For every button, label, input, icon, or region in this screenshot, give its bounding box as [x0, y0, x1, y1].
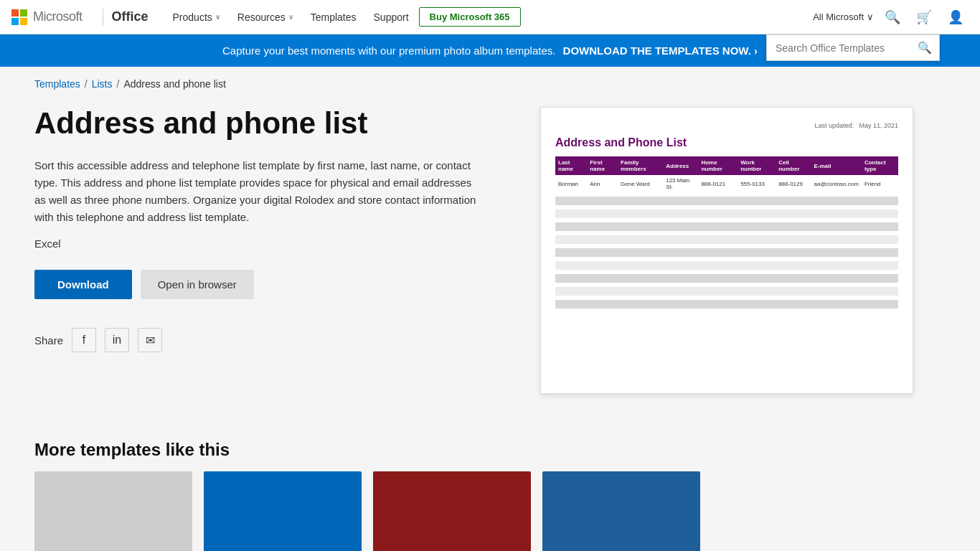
table-row: Borman Ann Gene Ward 123 Main St. 888-01…: [555, 175, 898, 192]
breadcrumb-current: Address and phone list: [123, 78, 225, 90]
email-icon: ✉: [146, 334, 155, 347]
more-card-3[interactable]: [373, 471, 531, 551]
linkedin-share-button[interactable]: in: [105, 328, 129, 352]
template-preview: Last updated: May 11, 2021 Address and P…: [540, 107, 913, 394]
nav-links: Products ∨ Resources ∨ Templates Support…: [166, 7, 802, 27]
buy-button[interactable]: Buy Microsoft 365: [419, 7, 521, 27]
more-card-2[interactable]: [204, 471, 362, 551]
action-buttons: Download Open in browser: [34, 270, 479, 299]
office-label[interactable]: Office: [112, 9, 149, 24]
nav-resources[interactable]: Resources ∨: [230, 9, 301, 26]
preview-row: [555, 261, 898, 270]
linkedin-icon: in: [113, 334, 121, 347]
cart-icon: 🛒: [916, 9, 932, 25]
col-last-name: Last name: [555, 156, 587, 175]
preview-row: [555, 300, 898, 309]
share-row: Share f in ✉: [34, 328, 479, 352]
nav-right: All Microsoft ∨ 🔍 🛒 👤: [813, 4, 969, 30]
open-in-browser-button[interactable]: Open in browser: [141, 270, 254, 299]
facebook-share-button[interactable]: f: [72, 328, 96, 352]
col-work: Work number: [738, 156, 776, 175]
preview-row: [555, 197, 898, 205]
cart-button[interactable]: 🛒: [911, 4, 937, 30]
col-cell: Cell number: [776, 156, 811, 175]
preview-placeholder-rows: [555, 197, 898, 309]
page-content: Templates / Lists / Address and phone li…: [0, 67, 980, 551]
more-section-title: More templates like this: [34, 440, 946, 460]
preview-meta-label: Last updated:: [814, 122, 854, 129]
search-button[interactable]: 🔍: [880, 4, 905, 30]
chevron-down-icon: ∨: [215, 13, 220, 21]
logo[interactable]: Microsoft: [11, 9, 83, 25]
nav-products[interactable]: Products ∨: [166, 9, 227, 26]
detail-left: Address and phone list Sort this accessi…: [34, 107, 479, 394]
preview-table-header-row: Last name First name Family members Addr…: [555, 156, 898, 175]
preview-row: [555, 209, 898, 218]
more-card-1[interactable]: [34, 471, 192, 551]
breadcrumb-sep: /: [117, 78, 120, 90]
preview-row: [555, 287, 898, 296]
search-icon: 🔍: [918, 42, 932, 54]
more-section: More templates like this: [0, 423, 980, 551]
account-button[interactable]: 👤: [943, 4, 969, 30]
page-title: Address and phone list: [34, 107, 479, 140]
detail-right: Last updated: May 11, 2021 Address and P…: [508, 107, 946, 394]
breadcrumb-templates[interactable]: Templates: [34, 78, 80, 90]
account-icon: 👤: [948, 9, 963, 25]
col-contact-type: Contact type: [862, 156, 898, 175]
nav-divider: [103, 9, 103, 26]
search-dropdown: 🔍: [766, 34, 940, 61]
preview-row: [555, 235, 898, 244]
all-microsoft-dropdown[interactable]: All Microsoft ∨: [813, 11, 874, 22]
chevron-down-icon: ∨: [867, 11, 874, 22]
col-email: E-mail: [811, 156, 862, 175]
col-address: Address: [663, 156, 698, 175]
detail-description: Sort this accessible address and telepho…: [34, 157, 479, 226]
search-icon: 🔍: [885, 9, 900, 25]
more-cards: [34, 471, 946, 551]
preview-meta-date: May 11, 2021: [859, 122, 898, 129]
logo-text: Microsoft: [33, 9, 83, 24]
search-submit-button[interactable]: 🔍: [910, 35, 939, 60]
share-label: Share: [34, 334, 63, 347]
col-first-name: First name: [587, 156, 618, 175]
email-share-button[interactable]: ✉: [138, 328, 162, 352]
detail-section: Address and phone list Sort this accessi…: [0, 95, 980, 423]
preview-row: [555, 248, 898, 257]
banner-text: Capture your best moments with our premi…: [222, 44, 555, 57]
chevron-down-icon: ∨: [288, 13, 293, 21]
preview-title: Address and Phone List: [555, 136, 898, 149]
col-family: Family members: [618, 156, 663, 175]
facebook-icon: f: [83, 334, 85, 347]
preview-meta: Last updated: May 11, 2021: [555, 122, 898, 129]
nav-bar: Microsoft Office Products ∨ Resources ∨ …: [0, 0, 980, 34]
breadcrumb-lists[interactable]: Lists: [92, 78, 113, 90]
breadcrumb: Templates / Lists / Address and phone li…: [0, 67, 980, 95]
nav-support[interactable]: Support: [367, 9, 416, 26]
nav-templates[interactable]: Templates: [303, 9, 364, 26]
search-input[interactable]: [767, 37, 910, 60]
more-card-4[interactable]: [542, 471, 700, 551]
ms-logo-icon: [11, 9, 27, 25]
preview-table: Last name First name Family members Addr…: [555, 156, 898, 192]
preview-row: [555, 274, 898, 283]
breadcrumb-sep: /: [85, 78, 88, 90]
download-button[interactable]: Download: [34, 270, 132, 299]
preview-row: [555, 222, 898, 231]
col-home: Home number: [698, 156, 738, 175]
banner-cta[interactable]: DOWNLOAD THE TEMPLATES NOW. ›: [563, 44, 758, 57]
detail-type: Excel: [34, 237, 479, 250]
